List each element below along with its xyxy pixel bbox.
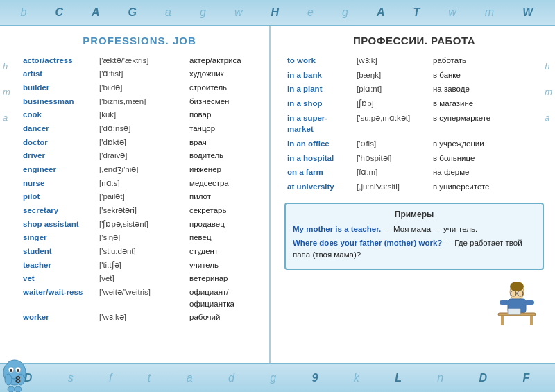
vocab-transcription: ['dɑ:nsə] bbox=[97, 121, 187, 135]
phrase-text: on a farm bbox=[284, 165, 354, 180]
phrase-row: in a bank [bæŋk] в банке bbox=[284, 68, 544, 83]
vocab-row: worker ['wɜ:kə] рабочий bbox=[21, 311, 258, 325]
vocab-translation: пилот bbox=[187, 190, 258, 204]
vocab-word: shop assistant bbox=[21, 217, 97, 231]
vocab-translation: продавец bbox=[187, 217, 258, 231]
vocab-transcription: [,endʒi'niə] bbox=[97, 162, 187, 176]
svg-point-17 bbox=[5, 374, 12, 385]
phrase-translation: в больнице bbox=[430, 151, 544, 166]
examples-box: Примеры My mother is a teacher. — Моя ма… bbox=[284, 203, 544, 271]
bottom-letter: k bbox=[354, 372, 361, 384]
svg-rect-8 bbox=[508, 309, 520, 314]
phrase-transcription: [fɑ:m] bbox=[354, 165, 430, 180]
vocab-translation: художник bbox=[187, 67, 258, 81]
right-section-title: ПРОФЕССИИ. РАБОТА bbox=[284, 35, 544, 46]
vocab-word: artist bbox=[21, 67, 97, 81]
vocab-row: artist ['ɑ:tist] художник bbox=[21, 67, 258, 81]
vocab-transcription: ['ti:tʃə] bbox=[97, 258, 187, 272]
phrase-row: at university [,ju:ni'vɜ:siti] в универс… bbox=[284, 180, 544, 194]
vocab-row: student ['stju:dənt] студент bbox=[21, 244, 258, 258]
bottom-letter: s bbox=[68, 372, 75, 384]
vocab-transcription: ['ɑ:tist] bbox=[97, 67, 187, 81]
vocab-transcription: [vet] bbox=[97, 272, 187, 286]
phrase-transcription: ['ɒfis] bbox=[354, 137, 430, 151]
top-letter: e bbox=[307, 6, 315, 19]
vocabulary-table: actor/actress ['æktə/'æktris] актёр/актр… bbox=[21, 53, 258, 324]
phrase-row: in a hospital ['hɒspitəl] в больнице bbox=[284, 151, 544, 166]
phrase-transcription: [bæŋk] bbox=[354, 68, 430, 83]
phrase-translation: в супермаркете bbox=[430, 111, 544, 137]
vocab-transcription: ['æktə/'æktris] bbox=[97, 53, 187, 67]
example-sentence: Where does your father (mother) work? — … bbox=[293, 237, 536, 262]
phrases-table: to work [wɜ:k] работать in a bank [bæŋk]… bbox=[284, 53, 544, 194]
vocab-transcription: ['ʃɒpə,sistənt] bbox=[97, 217, 187, 231]
examples-content: My mother is a teacher. — Моя мама — учи… bbox=[293, 223, 536, 262]
phrase-text: in an office bbox=[284, 137, 354, 151]
vocab-row: nurse [nɑ:s] медсестра bbox=[21, 176, 258, 190]
phrase-text: in a shop bbox=[284, 96, 354, 111]
bottom-letter: t bbox=[148, 372, 152, 384]
left-page: h m a PROFESSIONS. JOB actor/actress ['æ… bbox=[0, 26, 271, 363]
vocab-transcription: ['siŋə] bbox=[97, 231, 187, 245]
top-letter: G bbox=[128, 6, 138, 19]
vocab-word: pilot bbox=[21, 190, 97, 204]
top-letter: A bbox=[377, 6, 386, 19]
vocab-word: actor/actress bbox=[21, 53, 97, 67]
right-margin-letters: h m a bbox=[545, 61, 552, 123]
example-normal: — Моя мама — учи-тель. bbox=[381, 225, 477, 233]
vocab-row: actor/actress ['æktə/'æktris] актёр/актр… bbox=[21, 53, 258, 67]
vocab-transcription: ['pailət] bbox=[97, 190, 187, 204]
svg-point-15 bbox=[10, 369, 12, 372]
phrase-transcription: [plɑ:nt] bbox=[354, 82, 430, 96]
vocab-translation: актёр/актриса bbox=[187, 53, 258, 67]
vocab-translation: официант/официантка bbox=[187, 285, 258, 310]
phrase-transcription: [,ju:ni'vɜ:siti] bbox=[354, 180, 430, 194]
vocab-translation: ветеринар bbox=[187, 272, 258, 286]
svg-rect-3 bbox=[500, 300, 509, 305]
top-letter: H bbox=[271, 6, 280, 19]
phrase-translation: в банке bbox=[430, 68, 544, 83]
vocab-word: engineer bbox=[21, 162, 97, 176]
top-letter: b bbox=[21, 6, 28, 19]
svg-rect-4 bbox=[524, 300, 534, 305]
phrase-row: in a shop [ʃɒp] в магазине bbox=[284, 96, 544, 111]
phrase-text: at university bbox=[284, 180, 354, 194]
vocab-word: vet bbox=[21, 272, 97, 286]
phrase-text: in a hospital bbox=[284, 151, 354, 166]
vocab-row: doctor ['dɒktə] врач bbox=[21, 135, 258, 149]
examples-title: Примеры bbox=[293, 210, 536, 219]
vocab-transcription: ['bildə] bbox=[97, 80, 187, 94]
vocab-word: worker bbox=[21, 311, 97, 325]
vocab-word: teacher bbox=[21, 258, 97, 272]
vocab-transcription: ['draivə] bbox=[97, 149, 187, 163]
vocab-translation: строитель bbox=[187, 80, 258, 94]
bottom-letter: d bbox=[228, 372, 236, 384]
phrase-text: in a plant bbox=[284, 82, 354, 96]
vocab-row: teacher ['ti:tʃə] учитель bbox=[21, 258, 258, 272]
vocab-row: secretary ['sekrətəri] секретарь bbox=[21, 203, 258, 217]
vocab-translation: студент bbox=[187, 244, 258, 258]
bottom-letter: L bbox=[395, 372, 403, 384]
phrase-row: in an office ['ɒfis] в учреждении bbox=[284, 137, 544, 151]
vocab-row: waiter/wait-ress ['weitə/'weitris] офици… bbox=[21, 285, 258, 310]
vocab-translation: бизнесмен bbox=[187, 94, 258, 108]
phrase-text: in a bank bbox=[284, 68, 354, 83]
top-alphabet-bar: b C A G a g w H e g A T w m W bbox=[0, 0, 555, 26]
bottom-letter: D bbox=[479, 372, 489, 384]
vocab-row: engineer [,endʒi'niə] инженер bbox=[21, 162, 258, 176]
example-sentence: My mother is a teacher. — Моя мама — учи… bbox=[293, 223, 536, 235]
bottom-letter: 9 bbox=[312, 372, 320, 384]
vocab-translation: водитель bbox=[187, 149, 258, 163]
svg-rect-7 bbox=[530, 316, 533, 325]
vocab-translation: инженер bbox=[187, 162, 258, 176]
top-letter: w bbox=[448, 6, 458, 19]
phrase-text: to work bbox=[284, 53, 354, 68]
top-letter: C bbox=[55, 6, 65, 19]
phrase-translation: на заводе bbox=[430, 82, 544, 96]
top-letter: A bbox=[92, 6, 101, 19]
phrase-transcription: ['hɒspitəl] bbox=[354, 151, 430, 166]
vocab-transcription: ['dɒktə] bbox=[97, 135, 187, 149]
vocab-word: businessman bbox=[21, 94, 97, 108]
vocab-translation: певец bbox=[187, 231, 258, 245]
phrase-transcription: [wɜ:k] bbox=[354, 53, 430, 68]
